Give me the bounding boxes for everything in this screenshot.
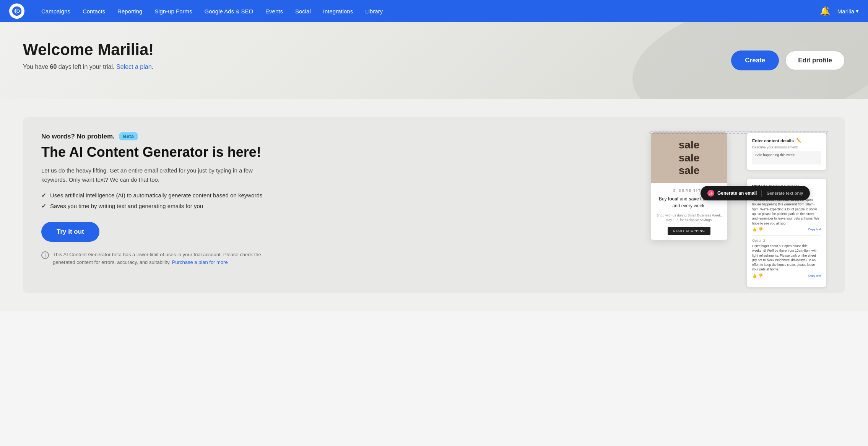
nav-google-ads-seo[interactable]: Google Ads & SEO <box>198 0 260 22</box>
hero-subtitle: You have 60 days left in your trial. Sel… <box>23 63 845 70</box>
thumbs-down-icon: 👎 <box>758 227 763 231</box>
main-content: No words? No problem. Beta The AI Conten… <box>0 99 868 311</box>
ai-left-panel: No words? No problem. Beta The AI Conten… <box>41 132 628 266</box>
option1-text: We have a quick reminder about our open … <box>752 197 821 226</box>
nav-links: Campaigns Contacts Reporting Sign-up For… <box>35 0 819 22</box>
edit-profile-button[interactable]: Edit profile <box>785 50 845 70</box>
nav-social[interactable]: Social <box>289 0 317 22</box>
trial-prefix: You have <box>23 63 50 70</box>
beta-badge: Beta <box>119 132 138 140</box>
panel-top-input: Sale happening this week! <box>752 151 821 164</box>
chevron-down-icon: ▾ <box>856 8 859 15</box>
magic-wand-icon: ✨ <box>707 190 714 197</box>
ai-badge-row: No words? No problem. Beta <box>41 132 628 140</box>
gen-text-only-label: Generate text only <box>766 191 803 195</box>
ai-description: Let us do the heavy lifting. Get an enti… <box>41 166 271 184</box>
option1-icons: 👍 👎 <box>752 227 763 231</box>
sub-text: Shop with us during Small Business Week,… <box>655 213 723 223</box>
thumbs-up-icon: 👍 <box>752 227 757 231</box>
panel-top-title: Enter content details ✏️ <box>752 138 821 143</box>
hero-section: Welcome Marilia! You have 60 days left i… <box>0 22 868 99</box>
gen-email-label: Generate an email <box>717 190 757 196</box>
thumbs-down-icon-2: 👎 <box>758 273 763 278</box>
shop-button-mock: START SHOPPING <box>668 227 710 235</box>
nav-contacts[interactable]: Contacts <box>76 0 111 22</box>
edit-icon: ✏️ <box>796 138 801 143</box>
nav-events[interactable]: Events <box>259 0 289 22</box>
option2-footer: 👍 👎 Copy text <box>752 273 821 278</box>
try-it-out-button[interactable]: Try it out <box>41 222 99 242</box>
option-2: Option 2 Don't forget about our open hou… <box>752 239 821 278</box>
ai-heading: The AI Content Generator is here! <box>41 144 628 160</box>
nav-campaigns[interactable]: Campaigns <box>35 0 76 22</box>
sale-header: salesalesale <box>651 132 727 183</box>
separator <box>761 190 762 197</box>
nav-library[interactable]: Library <box>359 0 389 22</box>
generate-email-btn-mockup: ✨ Generate an email Generate text only <box>701 186 810 200</box>
no-words-label: No words? No problem. <box>41 133 115 140</box>
option1-footer: 👍 👎 Copy text <box>752 227 821 231</box>
ai-right-panel: salesalesale S SERENITY Buy local and sa… <box>651 132 827 278</box>
thumbs-up-icon-2: 👍 <box>752 273 757 278</box>
option2-icons: 👍 👎 <box>752 273 763 278</box>
main-nav: Campaigns Contacts Reporting Sign-up For… <box>0 0 868 22</box>
nav-signup-forms[interactable]: Sign-up Forms <box>148 0 198 22</box>
create-button[interactable]: Create <box>731 50 779 70</box>
option2-text: Don't forget about our open house this w… <box>752 244 821 272</box>
copy-text-btn-2[interactable]: Copy text <box>808 274 821 277</box>
info-icon: i <box>41 251 49 259</box>
ai-content-card: No words? No problem. Beta The AI Conten… <box>23 117 845 293</box>
ai-notice-text: This AI Content Generator beta has a low… <box>53 251 278 266</box>
ai-features-list: Uses artificial intelligence (AI) to aut… <box>41 192 628 210</box>
notification-dot <box>826 7 829 10</box>
ai-feature-1: Uses artificial intelligence (AI) to aut… <box>41 192 628 199</box>
notification-bell[interactable]: 🔔 <box>819 5 831 17</box>
option2-label: Option 2 <box>752 239 821 243</box>
user-menu[interactable]: Marilia ▾ <box>837 8 859 15</box>
hero-buttons: Create Edit profile <box>731 50 845 70</box>
ai-notice: i This AI Content Generator beta has a l… <box>41 251 278 266</box>
select-plan-link[interactable]: Select a plan. <box>116 63 153 70</box>
copy-text-btn-1[interactable]: Copy text <box>808 228 821 231</box>
ai-feature-2: Saves you time by writing text and gener… <box>41 203 628 210</box>
hero-content: Welcome Marilia! You have 60 days left i… <box>23 41 845 70</box>
user-name: Marilia <box>837 8 854 15</box>
purchase-plan-link[interactable]: Purchase a plan for more <box>172 259 228 265</box>
trial-days: 60 <box>50 63 57 70</box>
logo[interactable] <box>9 3 24 19</box>
divider <box>752 235 821 236</box>
hero-title: Welcome Marilia! <box>23 41 845 59</box>
panel-top-label: Describe your announcement: <box>752 145 821 149</box>
nav-right: 🔔 Marilia ▾ <box>819 5 859 17</box>
nav-reporting[interactable]: Reporting <box>111 0 148 22</box>
nav-integrations[interactable]: Integrations <box>317 0 359 22</box>
trial-suffix: days left in your trial. <box>57 63 114 70</box>
content-details-panel: Enter content details ✏️ Describe your a… <box>746 132 827 170</box>
